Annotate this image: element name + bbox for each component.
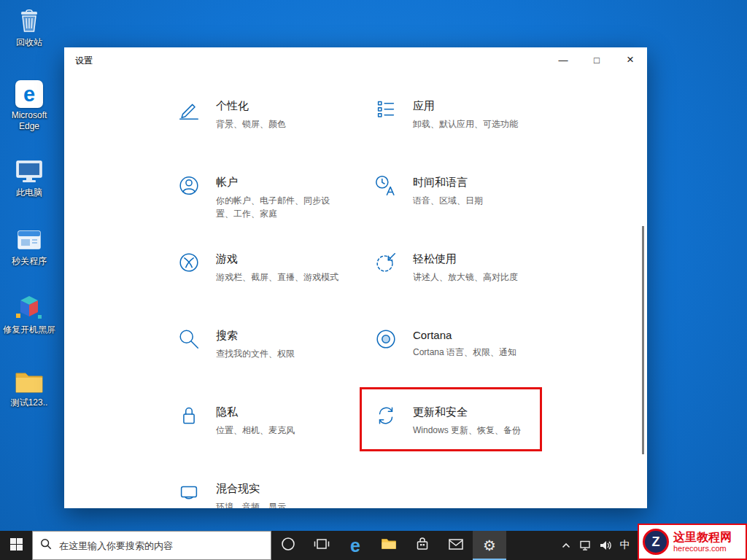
tile-subtitle: Windows 更新、恢复、备份 xyxy=(413,424,521,437)
watermark-title: 这里教程网 xyxy=(673,530,732,544)
tile-time-language[interactable]: 时间和语言 语音、区域、日期 xyxy=(374,174,483,207)
store-button[interactable] xyxy=(406,531,439,560)
windows-logo-icon xyxy=(10,538,23,553)
tile-subtitle: 游戏栏、截屏、直播、游戏模式 xyxy=(216,271,338,284)
tile-apps[interactable]: 应用 卸载、默认应用、可选功能 xyxy=(374,97,518,131)
network-icon[interactable] xyxy=(576,531,595,560)
desktop-icon-label: 修复开机黑屏 xyxy=(3,324,55,335)
repair-cube-icon xyxy=(15,292,44,322)
tile-gaming[interactable]: 游戏 游戏栏、截屏、直播、游戏模式 xyxy=(177,250,338,284)
desktop-icon-folder[interactable]: 测试123.. xyxy=(1,365,57,408)
update-security-icon xyxy=(374,403,400,428)
tile-title: Cortana xyxy=(413,329,516,341)
taskbar-search[interactable] xyxy=(32,531,271,560)
file-explorer-icon xyxy=(381,537,397,553)
tile-title: 时间和语言 xyxy=(413,176,483,190)
tile-update-security[interactable]: 更新和安全 Windows 更新、恢复、备份 xyxy=(374,403,521,437)
tile-subtitle: 你的帐户、电子邮件、同步设置、工作、家庭 xyxy=(216,194,341,220)
taskbar-spacer xyxy=(506,531,556,560)
settings-button[interactable]: ⚙ xyxy=(473,531,506,560)
tile-personalization[interactable]: 个性化 背景、锁屏、颜色 xyxy=(177,97,286,131)
ime-indicator[interactable]: 中 xyxy=(615,531,635,560)
ease-of-access-icon xyxy=(374,250,400,275)
minimize-button[interactable]: — xyxy=(546,47,580,72)
tile-accounts[interactable]: 帐户 你的帐户、电子邮件、同步设置、工作、家庭 xyxy=(177,174,341,220)
desktop-icon-label: Microsoft Edge xyxy=(1,110,57,132)
tile-subtitle: Cortana 语言、权限、通知 xyxy=(413,346,516,359)
tile-title: 隐私 xyxy=(216,405,295,419)
tile-title: 更新和安全 xyxy=(413,405,521,419)
titlebar: 设置 — □ × xyxy=(64,47,647,72)
tile-subtitle: 环境、音频、显示 xyxy=(216,500,286,508)
desktop-icon-recycle-bin[interactable]: 回收站 xyxy=(1,4,57,48)
watermark: Z 这里教程网 herecours.com xyxy=(638,524,747,560)
tile-title: 搜索 xyxy=(216,329,295,343)
task-view-button[interactable] xyxy=(305,531,338,560)
window-controls: — □ × xyxy=(546,47,647,72)
watermark-logo: Z xyxy=(643,529,669,555)
mixed-reality-icon xyxy=(177,480,203,505)
edge-icon: e xyxy=(350,537,360,555)
tray-chevron-up-icon[interactable] xyxy=(556,531,576,560)
cortana-icon xyxy=(374,327,400,351)
watermark-text: 这里教程网 herecours.com xyxy=(673,530,732,553)
cortana-button[interactable] xyxy=(271,531,305,560)
window-scrollbar[interactable] xyxy=(642,226,644,454)
tile-ease-of-access[interactable]: 轻松使用 讲述人、放大镜、高对比度 xyxy=(374,250,518,284)
search-input[interactable] xyxy=(58,540,263,552)
tile-mixed-reality[interactable]: 混合现实 环境、音频、显示 xyxy=(177,480,286,508)
tile-subtitle: 位置、相机、麦克风 xyxy=(216,424,295,437)
taskbar: e xyxy=(0,531,747,560)
file-explorer-button[interactable] xyxy=(372,531,406,560)
tile-subtitle: 背景、锁屏、颜色 xyxy=(216,117,286,131)
task-view-icon xyxy=(314,537,330,554)
tile-subtitle: 讲述人、放大镜、高对比度 xyxy=(413,271,518,284)
desktop-icon-app1[interactable]: 秒关程序 xyxy=(1,223,57,267)
watermark-url: herecours.com xyxy=(673,544,732,553)
tile-title: 帐户 xyxy=(216,176,341,190)
tile-title: 个性化 xyxy=(216,99,286,113)
time-language-icon xyxy=(374,174,400,198)
tile-cortana[interactable]: Cortana Cortana 语言、权限、通知 xyxy=(374,327,516,359)
start-button[interactable] xyxy=(0,531,32,560)
cortana-ring-icon xyxy=(281,537,295,554)
search-icon xyxy=(40,538,52,553)
settings-window: 设置 — □ × 个性化 背景、锁屏、颜色 xyxy=(64,47,647,508)
maximize-button[interactable]: □ xyxy=(580,47,614,72)
tile-title: 应用 xyxy=(413,99,518,113)
tile-subtitle: 卸载、默认应用、可选功能 xyxy=(413,117,518,131)
tile-privacy[interactable]: 隐私 位置、相机、麦克风 xyxy=(177,403,295,437)
window-title: 设置 xyxy=(75,55,93,67)
desktop-icon-this-pc[interactable]: 此电脑 xyxy=(1,155,57,198)
edge-button[interactable]: e xyxy=(338,531,372,560)
settings-home: 个性化 背景、锁屏、颜色 帐户 你的帐户、电子邮件、同步设置、工作、家庭 xyxy=(64,72,647,508)
tile-subtitle: 语音、区域、日期 xyxy=(413,194,483,207)
mail-icon xyxy=(448,537,464,553)
desktop: 回收站 e Microsoft Edge 此电脑 xyxy=(0,0,747,560)
gear-icon: ⚙ xyxy=(483,538,496,553)
edge-icon: e xyxy=(15,77,43,108)
desktop-icon-label: 回收站 xyxy=(16,37,42,48)
privacy-icon xyxy=(177,403,203,428)
mail-button[interactable] xyxy=(439,531,473,560)
search-icon xyxy=(177,327,203,351)
personalization-icon xyxy=(177,97,203,122)
tile-title: 游戏 xyxy=(216,252,338,266)
tile-search[interactable]: 搜索 查找我的文件、权限 xyxy=(177,327,295,360)
close-button[interactable]: × xyxy=(614,47,647,72)
accounts-icon xyxy=(177,174,203,198)
tile-title: 轻松使用 xyxy=(413,252,518,266)
desktop-icon-edge[interactable]: e Microsoft Edge xyxy=(1,77,57,132)
folder-icon xyxy=(13,365,45,395)
watermark-logo-letter: Z xyxy=(652,535,660,548)
store-icon xyxy=(415,537,430,554)
tile-subtitle: 查找我的文件、权限 xyxy=(216,347,295,360)
tile-title: 混合现实 xyxy=(216,482,286,496)
recycle-bin-icon xyxy=(15,4,43,35)
desktop-icon-label: 此电脑 xyxy=(16,187,42,198)
desktop-icon-app2[interactable]: 修复开机黑屏 xyxy=(1,292,57,335)
gaming-icon xyxy=(177,250,203,275)
this-pc-icon xyxy=(15,155,44,185)
apps-icon xyxy=(374,97,400,122)
volume-icon[interactable] xyxy=(595,531,615,560)
